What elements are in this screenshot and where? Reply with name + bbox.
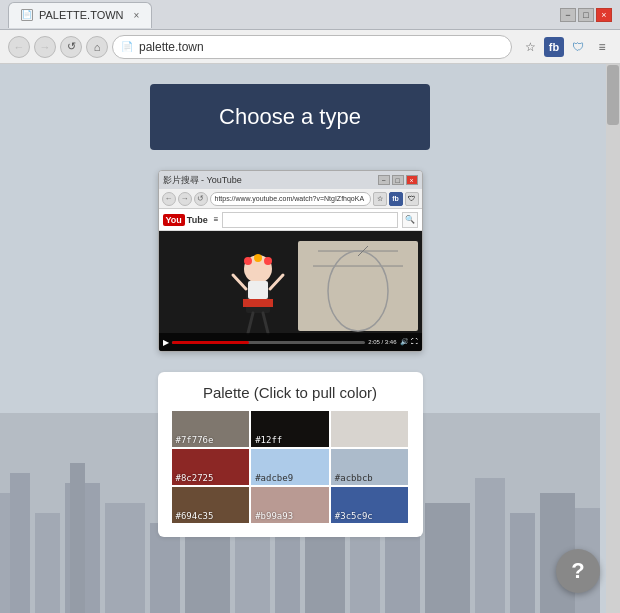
palette-title: Palette (Click to pull color) [172, 384, 409, 401]
tab-close-btn[interactable]: × [134, 10, 140, 21]
color-label: #8c2725 [176, 473, 214, 483]
svg-rect-14 [425, 503, 470, 613]
tab-title: PALETTE.TOWN [39, 9, 124, 21]
shield-icon[interactable]: 🛡 [568, 37, 588, 57]
yt-back-btn[interactable]: ← [162, 192, 176, 206]
address-lock-icon: 📄 [121, 41, 133, 52]
help-button[interactable]: ? [556, 549, 600, 593]
tab-favicon: 📄 [21, 9, 33, 21]
color-label: #7f776e [176, 435, 214, 445]
svg-point-26 [244, 257, 252, 265]
video-progress-fill [172, 341, 249, 344]
yt-minimize-btn[interactable]: − [378, 175, 390, 185]
volume-icon[interactable]: 🔊 [400, 338, 409, 346]
yt-title-text: 影片搜尋 - YouTube [163, 174, 242, 187]
scrollbar-thumb[interactable] [607, 65, 619, 125]
refresh-button[interactable]: ↺ [60, 36, 82, 58]
color-label: #adcbe9 [255, 473, 293, 483]
browser-window: 📄 PALETTE.TOWN × − □ × ← → ↺ ⌂ 📄 palette… [0, 0, 620, 613]
address-bar[interactable]: 📄 palette.town [112, 35, 512, 59]
back-button[interactable]: ← [8, 36, 30, 58]
svg-rect-20 [298, 241, 418, 331]
youtube-logo: YouTube [163, 214, 208, 226]
yt-refresh-btn[interactable]: ↺ [194, 192, 208, 206]
yt-controls: − □ × [378, 175, 418, 185]
svg-rect-1 [0, 493, 30, 613]
video-scene: ▶ 2:05 / 3:46 🔊 ⛶ [159, 231, 422, 351]
svg-rect-5 [70, 463, 85, 613]
maximize-button[interactable]: □ [578, 8, 594, 22]
color-label: #3c5c9c [335, 511, 373, 521]
svg-rect-30 [248, 281, 268, 299]
color-cell[interactable]: #b99a93 [251, 487, 329, 523]
facebook-icon[interactable]: fb [544, 37, 564, 57]
yt-shield-icon[interactable]: 🛡 [405, 192, 419, 206]
window-controls: − □ × [560, 8, 612, 22]
youtube-tube-text: Tube [187, 215, 208, 225]
color-cell[interactable]: #12ff [251, 411, 329, 447]
scrollbar[interactable] [606, 64, 620, 613]
fullscreen-icon[interactable]: ⛶ [411, 338, 418, 346]
yt-video-area[interactable]: ▶ 2:05 / 3:46 🔊 ⛶ [159, 231, 422, 351]
svg-point-28 [264, 257, 272, 265]
yt-title-bar: 影片搜尋 - YouTube − □ × [159, 171, 422, 189]
video-controls: ▶ 2:05 / 3:46 🔊 ⛶ [159, 333, 422, 351]
svg-rect-16 [510, 513, 535, 613]
svg-rect-31 [243, 299, 273, 307]
yt-search-input[interactable] [222, 212, 397, 228]
color-cell[interactable]: #7f776e [172, 411, 250, 447]
yt-star-icon[interactable]: ☆ [373, 192, 387, 206]
color-cell[interactable]: #3c5c9c [331, 487, 409, 523]
svg-rect-3 [35, 513, 60, 613]
yt-menu-icon: ≡ [214, 215, 219, 224]
color-label: #acbbcb [335, 473, 373, 483]
youtube-mini-browser: 影片搜尋 - YouTube − □ × ← → ↺ https://www.y… [158, 170, 423, 352]
color-cell[interactable]: #694c35 [172, 487, 250, 523]
video-time: 2:05 / 3:46 [368, 339, 396, 345]
choose-type-banner[interactable]: Choose a type [150, 84, 430, 150]
banner-text: Choose a type [219, 104, 361, 129]
address-text: palette.town [139, 40, 204, 54]
forward-button[interactable]: → [34, 36, 56, 58]
nav-bar: ← → ↺ ⌂ 📄 palette.town ☆ fb 🛡 ≡ [0, 30, 620, 64]
color-cell[interactable]: #8c2725 [172, 449, 250, 485]
svg-rect-6 [105, 503, 145, 613]
palette-section: Palette (Click to pull color) #7f776e#12… [158, 372, 423, 537]
browser-tab[interactable]: 📄 PALETTE.TOWN × [8, 2, 152, 28]
video-play-icon[interactable]: ▶ [163, 338, 169, 347]
svg-point-27 [254, 254, 262, 262]
yt-toolbar: YouTube ≡ 🔍 [159, 209, 422, 231]
minimize-button[interactable]: − [560, 8, 576, 22]
color-label: #12ff [255, 435, 282, 445]
color-cell[interactable]: #acbbcb [331, 449, 409, 485]
yt-fwd-btn[interactable]: → [178, 192, 192, 206]
youtube-you-text: You [163, 214, 185, 226]
video-control-icons: 🔊 ⛶ [400, 338, 418, 346]
color-cell[interactable] [331, 411, 409, 447]
yt-url-text: https://www.youtube.com/watch?v=NtgIZfhq… [215, 195, 365, 202]
yt-close-btn[interactable]: × [406, 175, 418, 185]
yt-maximize-btn[interactable]: □ [392, 175, 404, 185]
yt-fb-icon[interactable]: fb [389, 192, 403, 206]
color-label: #694c35 [176, 511, 214, 521]
svg-rect-15 [475, 478, 505, 613]
bookmark-star-icon[interactable]: ☆ [520, 37, 540, 57]
color-label: #b99a93 [255, 511, 293, 521]
yt-nav-bar: ← → ↺ https://www.youtube.com/watch?v=Nt… [159, 189, 422, 209]
nav-icons: ☆ fb 🛡 ≡ [520, 37, 612, 57]
yt-search-btn[interactable]: 🔍 [402, 212, 418, 228]
title-bar: 📄 PALETTE.TOWN × − □ × [0, 0, 620, 30]
page-content: Choose a type 影片搜尋 - YouTube − □ × ← → ↺… [0, 64, 620, 613]
yt-nav-icons: ☆ fb 🛡 [373, 192, 419, 206]
color-cell[interactable]: #adcbe9 [251, 449, 329, 485]
svg-rect-4 [65, 483, 100, 613]
color-grid: #7f776e#12ff#8c2725#adcbe9#acbbcb#694c35… [172, 411, 409, 523]
home-button[interactable]: ⌂ [86, 36, 108, 58]
svg-rect-2 [10, 473, 30, 613]
close-button[interactable]: × [596, 8, 612, 22]
video-progress[interactable] [172, 341, 366, 344]
menu-icon[interactable]: ≡ [592, 37, 612, 57]
yt-address-bar[interactable]: https://www.youtube.com/watch?v=NtgIZfhq… [210, 192, 371, 206]
